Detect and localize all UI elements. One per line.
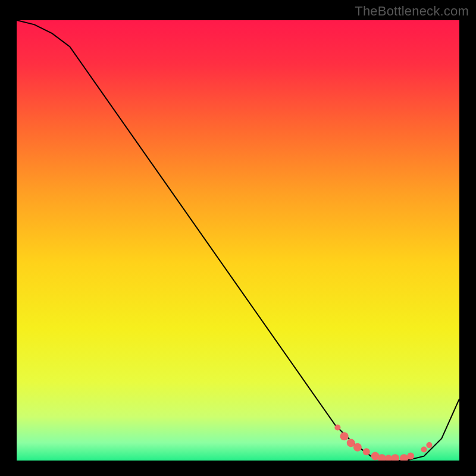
marker-dot: [334, 425, 340, 431]
marker-dot: [363, 448, 370, 455]
marker-dot: [407, 453, 414, 460]
plot-area: [17, 20, 459, 461]
marker-dot: [353, 443, 362, 452]
marker-dot: [340, 432, 349, 440]
gradient-background: [17, 20, 459, 461]
attribution-text: TheBottleneck.com: [355, 4, 469, 19]
marker-dot: [426, 442, 432, 448]
marker-dot: [421, 447, 427, 453]
chart-svg: [17, 20, 459, 461]
chart-frame: TheBottleneck.com: [0, 0, 476, 476]
